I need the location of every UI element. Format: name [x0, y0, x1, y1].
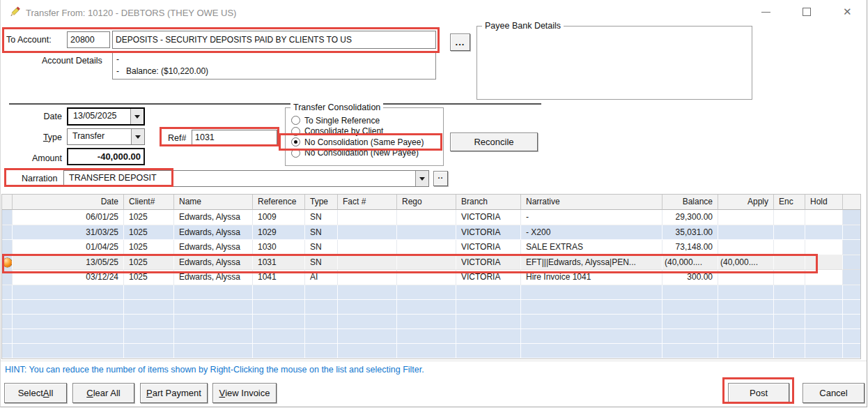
- column-header-date[interactable]: Date: [13, 195, 124, 210]
- filler-cell: [843, 225, 861, 241]
- grid-header: DateClient#NameReferenceTypeFact #RegoBr…: [2, 195, 860, 210]
- transfer-consolidation-title: Transfer Consolidation: [290, 103, 383, 112]
- radio-icon[interactable]: [291, 127, 300, 136]
- cell: [718, 270, 774, 285]
- cell: 03/12/24: [13, 270, 124, 285]
- column-header-fact[interactable]: Fact #: [338, 195, 397, 210]
- narration-combo[interactable]: TRANSFER DEPOSIT: [63, 170, 429, 187]
- to-account-number-input[interactable]: [67, 31, 110, 48]
- grid-empty-row: [2, 300, 860, 315]
- cell: [397, 210, 456, 225]
- cell: [774, 240, 805, 255]
- grid-empty-row: [2, 344, 860, 358]
- ref-label: Ref#: [168, 133, 186, 143]
- column-header-narrative[interactable]: Narrative: [521, 195, 662, 210]
- cell: 29,300.00: [662, 210, 718, 225]
- amount-input[interactable]: [67, 148, 145, 165]
- filler-cell: [843, 270, 861, 285]
- cell: 1025: [124, 225, 174, 241]
- grid-row[interactable]: 03/12/241025Edwards, Alyssa1041AIVICTORI…: [2, 270, 860, 285]
- to-account-label: To Account:: [6, 35, 52, 45]
- cell: 1025: [124, 240, 174, 255]
- clear-all-button[interactable]: Clear All: [72, 383, 134, 403]
- cell: 31/03/25: [13, 225, 124, 241]
- consolidation-option[interactable]: Consolidate by Client: [286, 126, 443, 137]
- reconcile-button[interactable]: Reconcile: [450, 133, 538, 151]
- column-header-name[interactable]: Name: [174, 195, 253, 210]
- select-all-button[interactable]: Select All: [4, 383, 67, 403]
- column-header-client[interactable]: Client#: [124, 195, 174, 210]
- ref-input[interactable]: [192, 130, 277, 145]
- date-combo[interactable]: 13/05/2025: [67, 107, 145, 126]
- cell: [718, 240, 774, 255]
- section-divider: [9, 103, 541, 105]
- cell: SALE EXTRAS: [521, 240, 662, 255]
- column-header-branch[interactable]: Branch: [456, 195, 521, 210]
- column-header-reference[interactable]: Reference: [253, 195, 305, 210]
- date-dropdown-icon[interactable]: [130, 109, 144, 124]
- cell: EFT|||Edwards, Alyssa|PEN...: [521, 255, 662, 271]
- type-combo[interactable]: Transfer: [67, 128, 145, 145]
- cell: VICTORIA: [456, 255, 521, 271]
- cell: [338, 225, 397, 241]
- consolidation-option[interactable]: To Single Reference: [286, 115, 443, 126]
- account-details-text: - - Balance: ($10,220.00): [112, 52, 436, 80]
- cell: [397, 255, 456, 271]
- grid-row[interactable]: 06/01/251025Edwards, Alyssa1009SNVICTORI…: [2, 210, 860, 225]
- cell: [397, 225, 456, 241]
- column-header-hold[interactable]: Hold: [805, 195, 843, 210]
- cell: Edwards, Alyssa: [174, 270, 253, 285]
- column-header-blank: [843, 195, 861, 210]
- cell: VICTORIA: [456, 210, 521, 225]
- column-header-enc[interactable]: Enc: [774, 195, 805, 210]
- footer-divider: [1, 361, 867, 361]
- view-invoice-button[interactable]: View Invoice: [212, 383, 277, 403]
- date-value: 13/05/2025: [68, 109, 130, 124]
- radio-label: No Consolidation (Same Payee): [304, 137, 424, 147]
- radio-selected-icon[interactable]: [291, 137, 300, 146]
- cancel-button[interactable]: Cancel: [803, 383, 865, 403]
- cell: 1025: [124, 270, 174, 285]
- cell: SN: [305, 255, 338, 271]
- grid-row[interactable]: 31/03/251025Edwards, Alyssa1029SNVICTORI…: [2, 225, 860, 241]
- radio-icon[interactable]: [291, 149, 300, 158]
- radio-label: Consolidate by Client: [304, 126, 383, 136]
- row-selector-cell: [2, 225, 13, 241]
- close-button[interactable]: ✕: [843, 7, 852, 17]
- grid-row[interactable]: 13/05/251025Edwards, Alyssa1031SNVICTORI…: [2, 255, 860, 271]
- cell: 1025: [124, 255, 174, 271]
- consolidation-option[interactable]: No Consolidation (New Payee): [286, 148, 443, 159]
- cell: 1025: [124, 210, 174, 225]
- window-title: Transfer From: 10120 - DEBTORS (THEY OWE…: [26, 8, 236, 18]
- post-button[interactable]: Post: [728, 383, 789, 403]
- cell: [805, 240, 843, 255]
- radio-label: To Single Reference: [304, 116, 380, 126]
- part-payment-button[interactable]: Part Payment: [140, 383, 208, 403]
- consolidation-option[interactable]: No Consolidation (Same Payee): [286, 137, 443, 148]
- column-header-type[interactable]: Type: [305, 195, 338, 210]
- column-header-balance[interactable]: Balance: [662, 195, 718, 210]
- cell: AI: [305, 270, 338, 285]
- cell: SN: [305, 240, 338, 255]
- to-account-name-input[interactable]: [112, 31, 436, 49]
- column-header-blank: [2, 195, 13, 210]
- cell: Hire Invoice 1041: [521, 270, 662, 285]
- cell: [338, 240, 397, 255]
- row-selector-cell: [2, 210, 13, 225]
- type-dropdown-icon[interactable]: [131, 129, 144, 144]
- filler-cell: [843, 240, 861, 255]
- grid-row[interactable]: 01/04/251025Edwards, Alyssa1030SNVICTORI…: [2, 240, 860, 255]
- column-header-rego[interactable]: Rego: [397, 195, 456, 210]
- cell: 1031: [253, 255, 305, 271]
- radio-icon[interactable]: [291, 116, 300, 125]
- account-browse-button[interactable]: ...: [450, 33, 470, 51]
- cell: Edwards, Alyssa: [174, 255, 253, 271]
- column-header-apply[interactable]: Apply: [718, 195, 774, 210]
- cell: 06/01/25: [13, 210, 124, 225]
- type-label: Type: [20, 133, 62, 142]
- cell: 1029: [253, 225, 305, 241]
- cell: SN: [305, 210, 338, 225]
- cell: [805, 225, 843, 241]
- narration-more-button[interactable]: ..: [433, 171, 448, 186]
- narration-dropdown-icon[interactable]: [415, 171, 428, 186]
